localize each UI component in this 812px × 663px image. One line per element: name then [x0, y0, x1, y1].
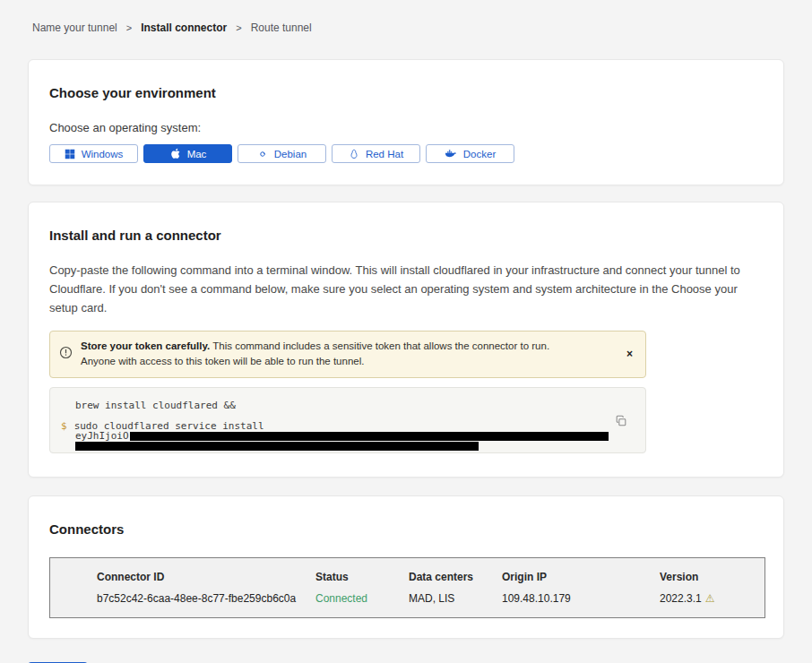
page: Name your tunnel > Install connector > R…: [0, 0, 812, 639]
col-header-connector-id: Connector ID: [97, 571, 315, 583]
copy-command-button[interactable]: [615, 415, 627, 430]
os-button-docker[interactable]: Docker: [426, 144, 514, 163]
col-header-version: Version: [660, 571, 764, 583]
col-header-status: Status: [315, 571, 409, 583]
install-card-title: Install and run a connector: [49, 228, 763, 243]
os-select-label: Choose an operating system:: [49, 121, 763, 134]
environment-card-title: Choose your environment: [49, 85, 763, 100]
breadcrumb-name-your-tunnel[interactable]: Name your tunnel: [32, 22, 117, 34]
connectors-table-header: Connector ID Status Data centers Origin …: [97, 571, 764, 583]
apple-icon: [169, 148, 181, 159]
breadcrumb-separator: >: [236, 22, 241, 33]
status-badge: Connected: [315, 592, 409, 605]
install-connector-card: Install and run a connector Copy-paste t…: [28, 202, 784, 478]
cell-connector-id: b7c52c42-6caa-48ee-8c77-fbe259cb6c0a: [97, 592, 315, 605]
install-description: Copy-paste the following command into a …: [49, 261, 763, 317]
os-button-redhat[interactable]: Red Hat: [332, 144, 420, 163]
cell-version: 2022.3.1⚠: [660, 592, 764, 605]
connectors-table: Connector ID Status Data centers Origin …: [49, 557, 765, 618]
os-button-mac[interactable]: Mac: [143, 144, 232, 163]
shell-prompt: $: [61, 420, 67, 432]
connectors-card-title: Connectors: [49, 521, 763, 537]
choose-environment-card: Choose your environment Choose an operat…: [28, 59, 784, 185]
col-header-origin-ip: Origin IP: [502, 571, 660, 583]
version-warning-icon: ⚠: [705, 592, 715, 605]
cell-data-centers: MAD, LIS: [409, 592, 502, 605]
alert-circle-icon: [59, 346, 73, 363]
token-prefix: eyJhIjoiO: [75, 430, 129, 442]
install-command-code-block: brew install cloudflared && $sudo cloudf…: [49, 387, 646, 453]
os-button-windows[interactable]: Windows: [49, 144, 138, 163]
col-header-data-centers: Data centers: [409, 571, 502, 583]
breadcrumb-separator: >: [126, 22, 132, 33]
cell-origin-ip: 109.48.10.179: [502, 592, 660, 605]
warning-text: Store your token carefully. This command…: [81, 339, 584, 370]
code-line-brew: brew install cloudflared &&: [61, 400, 633, 411]
redhat-icon: [349, 149, 359, 159]
warning-close-button[interactable]: ×: [626, 349, 633, 359]
redacted-token-bar: [130, 432, 609, 441]
windows-icon: [65, 149, 75, 159]
connectors-card: Connectors Connector ID Status Data cent…: [28, 495, 784, 639]
os-button-label: Red Hat: [366, 149, 403, 159]
table-row: b7c52c42-6caa-48ee-8c77-fbe259cb6c0a Con…: [97, 592, 764, 605]
code-command: $sudo cloudflared service install eyJhIj…: [61, 421, 633, 451]
copy-icon: [615, 417, 627, 430]
code-token-line: eyJhIjoiO: [61, 431, 633, 441]
os-button-debian[interactable]: Debian: [238, 144, 326, 163]
breadcrumb-install-connector[interactable]: Install connector: [141, 22, 227, 34]
warning-bold-text: Store your token carefully.: [81, 340, 210, 351]
os-button-label: Mac: [187, 149, 207, 159]
breadcrumb: Name your tunnel > Install connector > R…: [28, 0, 784, 34]
debian-icon: [257, 149, 268, 159]
docker-icon: [445, 149, 457, 159]
os-button-label: Windows: [82, 149, 124, 159]
redacted-token-bar: [75, 442, 479, 451]
breadcrumb-route-tunnel[interactable]: Route tunnel: [251, 22, 312, 34]
token-warning-banner: Store your token carefully. This command…: [49, 331, 646, 378]
os-button-group: Windows Mac Debian Red Hat: [49, 144, 763, 163]
os-button-label: Debian: [274, 149, 307, 159]
os-button-label: Docker: [463, 149, 496, 159]
